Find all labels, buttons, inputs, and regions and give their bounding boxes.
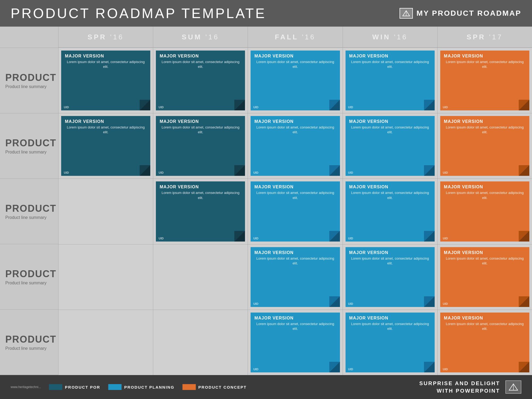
card-title-3-4: MAJOR VERSION [444,250,526,255]
card-corner-1-0 [140,165,150,176]
data-cell-1-0: MAJOR VERSION Lorem ipsum dolor sit amet… [59,113,153,178]
product-label-1: PRODUCT Product line summary [0,113,59,179]
card-0-4: MAJOR VERSION Lorem ipsum dolor sit amet… [440,51,529,110]
brand-label: MY PRODUCT ROADMAP [417,9,521,18]
col-header-text-4: SPR '17 [467,33,503,41]
product-label-3: PRODUCT Product line summary [0,244,59,310]
card-title-1-0: MAJOR VERSION [65,119,147,124]
card-body-0-0: Lorem ipsum dolor sit amet, consectetur … [65,60,147,69]
card-title-1-2: MAJOR VERSION [254,119,336,124]
brand-icon [400,8,413,19]
tagline-text: SURPRISE AND DELIGHT WITH POWERPOINT [419,380,500,394]
card-body-1-0: Lorem ipsum dolor sit amet, consectetur … [65,125,147,135]
card-body-2-1: Lorem ipsum dolor sit amet, consectetur … [160,190,241,200]
data-cell-1-4: MAJOR VERSION Lorem ipsum dolor sit amet… [438,113,532,178]
product-label-4: PRODUCT Product line summary [0,310,59,375]
card-title-2-1: MAJOR VERSION [160,185,241,189]
product-col-header [0,27,59,48]
product-summary-0: Product line summary [5,84,53,89]
data-cell-4-1 [153,310,248,375]
card-uid-1-1: UID [159,171,164,174]
card-uid-1-4: UID [443,171,448,174]
card-1-3: MAJOR VERSION Lorem ipsum dolor sit amet… [346,116,435,176]
card-title-4-4: MAJOR VERSION [444,316,526,321]
card-uid-0-3: UID [348,106,353,109]
product-label-2: PRODUCT Product line summary [0,179,59,244]
col-header-2: FALL '16 [248,27,343,48]
legend-item-2: PRODUCT CONCEPT [182,384,247,390]
card-title-3-3: MAJOR VERSION [349,250,431,255]
data-row-1: MAJOR VERSION Lorem ipsum dolor sit amet… [59,113,532,179]
card-body-1-1: Lorem ipsum dolor sit amet, consectetur … [160,125,241,135]
card-body-0-4: Lorem ipsum dolor sit amet, consectetur … [444,60,526,69]
card-uid-2-2: UID [253,237,258,240]
product-name-4: PRODUCT [5,334,53,345]
card-uid-3-3: UID [348,302,353,305]
card-uid-0-4: UID [443,106,448,109]
card-4-4: MAJOR VERSION Lorem ipsum dolor sit amet… [440,313,529,372]
product-summary-1: Product line summary [5,150,53,155]
card-uid-2-1: UID [159,237,164,240]
card-corner-0-0 [140,100,150,110]
card-corner-2-1 [234,231,245,242]
card-corner-4-3 [424,362,435,372]
col-header-1: SUM '16 [153,27,248,48]
product-label-0: PRODUCT Product line summary [0,48,59,113]
card-uid-4-4: UID [443,368,448,371]
card-uid-1-2: UID [253,171,258,174]
card-title-0-2: MAJOR VERSION [254,54,336,59]
card-corner-3-4 [519,296,529,307]
card-body-1-4: Lorem ipsum dolor sit amet, consectetur … [444,125,526,135]
footer-website: www.heritagetechni... [11,385,41,389]
col-header-3: WIN '16 [343,27,438,48]
data-row-4: MAJOR VERSION Lorem ipsum dolor sit amet… [59,310,532,375]
card-corner-4-4 [519,362,529,372]
card-body-1-3: Lorem ipsum dolor sit amet, consectetur … [349,125,431,135]
col-header-text-3: WIN '16 [372,33,408,41]
card-body-2-4: Lorem ipsum dolor sit amet, consectetur … [444,190,526,200]
card-2-2: MAJOR VERSION Lorem ipsum dolor sit amet… [251,181,340,241]
card-uid-3-4: UID [443,302,448,305]
card-body-4-4: Lorem ipsum dolor sit amet, consectetur … [444,322,526,331]
card-4-3: MAJOR VERSION Lorem ipsum dolor sit amet… [346,313,435,372]
column-headers: SPR '16SUM '16FALL '16WIN '16SPR '17 [59,27,532,48]
card-body-0-1: Lorem ipsum dolor sit amet, consectetur … [160,60,241,69]
card-title-4-3: MAJOR VERSION [349,316,431,321]
footer-legend: www.heritagetechni... PRODUCT POR PRODUC… [11,384,247,390]
card-title-3-2: MAJOR VERSION [254,250,336,255]
card-body-1-2: Lorem ipsum dolor sit amet, consectetur … [254,125,336,135]
legend-box-2 [182,384,196,390]
card-uid-3-2: UID [253,302,258,305]
card-corner-1-4 [519,165,529,176]
data-rows: MAJOR VERSION Lorem ipsum dolor sit amet… [59,48,532,375]
card-body-0-3: Lorem ipsum dolor sit amet, consectetur … [349,60,431,69]
card-body-3-4: Lorem ipsum dolor sit amet, consectetur … [444,256,526,266]
card-title-0-1: MAJOR VERSION [160,54,241,59]
card-body-4-3: Lorem ipsum dolor sit amet, consectetur … [349,322,431,331]
card-title-4-2: MAJOR VERSION [254,316,336,321]
data-cell-0-3: MAJOR VERSION Lorem ipsum dolor sit amet… [343,48,438,113]
data-row-3: MAJOR VERSION Lorem ipsum dolor sit amet… [59,244,532,310]
data-cell-3-4: MAJOR VERSION Lorem ipsum dolor sit amet… [438,244,532,310]
card-corner-1-1 [234,165,245,176]
card-title-0-0: MAJOR VERSION [65,54,147,59]
card-0-0: MAJOR VERSION Lorem ipsum dolor sit amet… [61,51,150,110]
main-content: PRODUCT Product line summary PRODUCT Pro… [0,27,532,375]
product-summary-3: Product line summary [5,281,53,285]
card-corner-1-3 [424,165,435,176]
footer-logo [505,380,521,394]
data-cell-1-3: MAJOR VERSION Lorem ipsum dolor sit amet… [343,113,438,178]
card-title-0-3: MAJOR VERSION [349,54,431,59]
card-corner-2-3 [424,231,435,242]
data-cell-3-3: MAJOR VERSION Lorem ipsum dolor sit amet… [343,244,438,310]
card-corner-0-2 [329,100,340,110]
card-corner-2-4 [519,231,529,242]
footer-tagline: SURPRISE AND DELIGHT WITH POWERPOINT [419,380,521,394]
footer: www.heritagetechni... PRODUCT POR PRODUC… [0,375,532,399]
card-corner-0-4 [519,100,529,110]
card-3-2: MAJOR VERSION Lorem ipsum dolor sit amet… [251,247,340,307]
card-title-2-3: MAJOR VERSION [349,185,431,189]
card-0-1: MAJOR VERSION Lorem ipsum dolor sit amet… [156,51,245,110]
col-header-0: SPR '16 [59,27,153,48]
card-1-1: MAJOR VERSION Lorem ipsum dolor sit amet… [156,116,245,176]
